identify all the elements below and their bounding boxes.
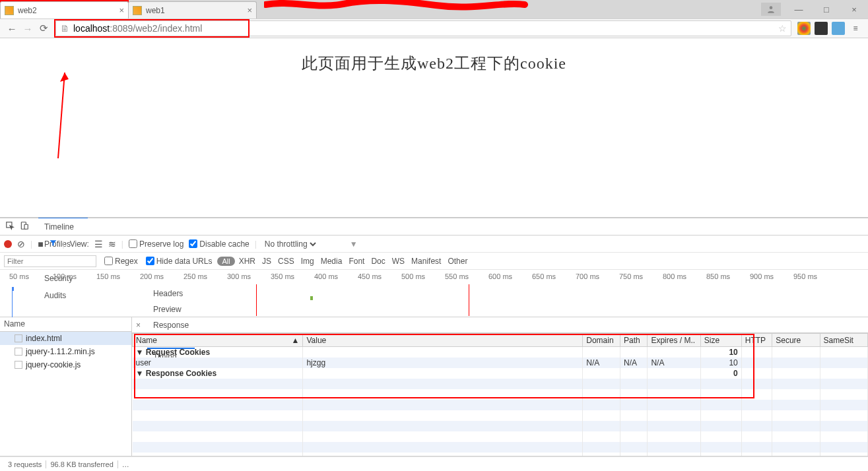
- cookie-row[interactable]: [133, 400, 868, 410]
- hide-data-urls-checkbox[interactable]: Hide data URLs: [143, 255, 213, 267]
- request-row[interactable]: index.html: [0, 332, 131, 345]
- browser-tabstrip: web2 × web1 × — □ ×: [0, 0, 868, 18]
- record-button[interactable]: [4, 240, 12, 248]
- extension-icon[interactable]: [832, 22, 845, 35]
- cookie-row[interactable]: [133, 379, 868, 389]
- window-controls: — □ ×: [761, 0, 868, 18]
- status-requests: 3 requests: [4, 460, 46, 468]
- cookies-col-path[interactable]: Path: [620, 334, 648, 347]
- filter-type-doc[interactable]: Doc: [371, 257, 385, 266]
- close-tab-icon[interactable]: ×: [119, 5, 124, 15]
- regex-checkbox[interactable]: Regex: [102, 255, 138, 267]
- filter-input[interactable]: [4, 255, 96, 267]
- profile-avatar-icon[interactable]: [761, 3, 781, 16]
- minimize-button[interactable]: —: [785, 5, 813, 15]
- cookies-col-name[interactable]: Name ▲: [133, 334, 303, 347]
- page-heading: 此页面用于生成web2工程下的cookie: [0, 38, 868, 74]
- close-tab-icon[interactable]: ×: [247, 5, 252, 15]
- cookie-row[interactable]: [133, 442, 868, 453]
- filter-type-ws[interactable]: WS: [392, 257, 405, 266]
- filter-type-js[interactable]: JS: [262, 257, 271, 266]
- timeline-tick: 850 ms: [706, 272, 750, 280]
- cookies-col-http[interactable]: HTTP: [741, 334, 772, 347]
- filter-type-media[interactable]: Media: [321, 257, 343, 266]
- timeline-tick: 900 ms: [750, 272, 793, 280]
- clear-button[interactable]: ⊘: [17, 239, 25, 249]
- close-detail-icon[interactable]: ×: [136, 321, 141, 330]
- filter-type-css[interactable]: CSS: [278, 257, 294, 266]
- cookie-row[interactable]: [133, 389, 868, 400]
- browser-navbar: ← → ⟳ 🗎 localhost:8089/web2/index.html ☆…: [0, 18, 868, 38]
- devtools-tab-timeline[interactable]: Timeline: [38, 218, 88, 236]
- maximize-button[interactable]: □: [813, 5, 840, 15]
- bookmark-star-icon[interactable]: ☆: [778, 23, 787, 34]
- timeline-tick: 50 ms: [9, 272, 53, 280]
- request-row[interactable]: jquery-cookie.js: [0, 358, 131, 371]
- subtab-response[interactable]: Response: [147, 317, 195, 333]
- devtools-tabbar: ElementsSourcesConsoleNetworkTimelinePro…: [0, 218, 868, 236]
- device-toggle-icon[interactable]: [17, 221, 32, 232]
- preserve-log-checkbox[interactable]: Preserve log: [129, 239, 184, 249]
- cookie-row[interactable]: [133, 410, 868, 421]
- devtools-statusbar: 3 requests 96.8 KB transferred …: [0, 456, 868, 471]
- devtools-panel: ElementsSourcesConsoleNetworkTimelinePro…: [0, 218, 868, 471]
- timeline-tick: 100 ms: [53, 272, 96, 280]
- menu-icon[interactable]: ≡: [849, 22, 862, 35]
- request-detail: × HeadersPreviewResponseCookiesTiming Na…: [132, 317, 868, 456]
- reload-button[interactable]: ⟳: [37, 22, 50, 35]
- timeline-tick: 650 ms: [532, 272, 576, 280]
- cookies-col-value[interactable]: Value: [303, 334, 583, 347]
- filter-toggle-icon[interactable]: [49, 239, 57, 249]
- domcontent-line: [12, 291, 13, 317]
- cookie-row[interactable]: [133, 431, 868, 442]
- address-host: localhost: [73, 23, 110, 34]
- address-bar[interactable]: 🗎 localhost:8089/web2/index.html ☆: [55, 20, 791, 36]
- network-timeline[interactable]: 50 ms100 ms150 ms200 ms250 ms300 ms350 m…: [0, 270, 868, 317]
- browser-tab-web2[interactable]: web2 ×: [0, 1, 129, 18]
- timeline-tick: 200 ms: [140, 272, 184, 280]
- filter-type-font[interactable]: Font: [349, 257, 364, 266]
- disable-cache-checkbox[interactable]: Disable cache: [189, 239, 249, 249]
- capture-screenshot-icon[interactable]: ■: [38, 239, 43, 249]
- extension-icons: ≡: [795, 22, 864, 35]
- throttling-select[interactable]: No throttling: [262, 239, 318, 249]
- cookies-col-samesit[interactable]: SameSit: [820, 334, 867, 347]
- cookie-row[interactable]: [133, 421, 868, 431]
- cookies-col-expires-m-[interactable]: Expires / M..: [648, 334, 700, 347]
- cookies-col-size[interactable]: Size: [700, 334, 741, 347]
- request-list: Name index.htmljquery-1.11.2.min.jsjquer…: [0, 317, 132, 456]
- cookie-row[interactable]: ▼ Response Cookies0: [133, 368, 868, 379]
- file-icon: [15, 361, 22, 369]
- browser-tab-web1[interactable]: web1 ×: [128, 1, 257, 18]
- cookies-col-secure[interactable]: Secure: [772, 334, 820, 347]
- extension-icon[interactable]: [815, 22, 828, 35]
- extension-icon[interactable]: [797, 22, 811, 35]
- svg-point-0: [770, 6, 773, 9]
- timeline-bar: [310, 296, 313, 300]
- filter-type-img[interactable]: Img: [301, 257, 314, 266]
- cookie-row[interactable]: ▼ Request Cookies10: [133, 347, 868, 358]
- close-window-button[interactable]: ×: [840, 5, 868, 15]
- filter-type-manifest[interactable]: Manifest: [411, 257, 441, 266]
- svg-rect-5: [24, 224, 28, 229]
- timeline-tick: 450 ms: [358, 272, 401, 280]
- large-rows-icon[interactable]: ☰: [94, 239, 103, 249]
- file-icon: 🗎: [60, 23, 69, 34]
- forward-button[interactable]: →: [21, 22, 34, 35]
- timeline-tick: 350 ms: [271, 272, 314, 280]
- tab-title: web1: [146, 6, 243, 15]
- cookie-row[interactable]: userhjzggN/AN/AN/A10: [133, 358, 868, 368]
- request-row[interactable]: jquery-1.11.2.min.js: [0, 345, 131, 358]
- back-button[interactable]: ←: [5, 22, 18, 35]
- timeline-tick: 600 ms: [488, 272, 532, 280]
- cookie-row[interactable]: [133, 453, 868, 456]
- filter-type-xhr[interactable]: XHR: [239, 257, 255, 266]
- filter-type-all[interactable]: All: [217, 257, 234, 266]
- timeline-tick: 150 ms: [96, 272, 140, 280]
- request-subtabs: × HeadersPreviewResponseCookiesTiming: [132, 317, 868, 333]
- waterfall-icon[interactable]: ≋: [108, 239, 116, 249]
- inspect-element-icon[interactable]: [3, 221, 17, 232]
- filter-type-other[interactable]: Other: [448, 257, 467, 266]
- cookies-col-domain[interactable]: Domain: [583, 334, 620, 347]
- timeline-tick: 250 ms: [184, 272, 227, 280]
